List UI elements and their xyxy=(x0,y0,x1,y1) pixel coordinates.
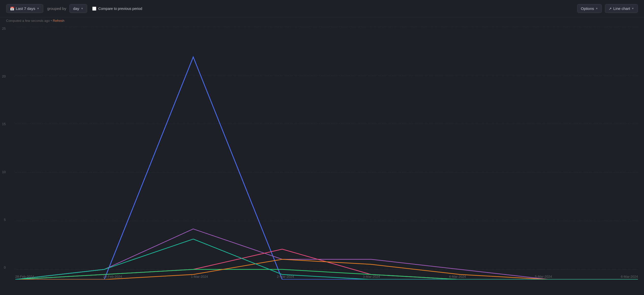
chart-type-button[interactable]: ↗ Line chart ▼ xyxy=(605,4,638,13)
x-label-3: 2-Mar-2024 xyxy=(277,275,294,278)
calendar-icon: 📅 xyxy=(10,7,14,11)
chevron-down-icon-4: ▼ xyxy=(632,7,634,10)
blue-line xyxy=(15,57,638,280)
line-chart-svg xyxy=(15,27,638,280)
compare-checkbox-label[interactable]: Compare to previous period xyxy=(92,7,142,11)
x-label-2: 1-Mar-2024 xyxy=(191,275,208,278)
x-label-5: 4-Mar-2024 xyxy=(449,275,466,278)
group-by-value: day xyxy=(73,6,79,11)
y-label-0: 0 xyxy=(4,266,6,269)
y-label-20: 20 xyxy=(2,74,6,78)
date-range-button[interactable]: 📅 Last 7 days ▼ xyxy=(6,4,43,13)
y-label-15: 15 xyxy=(2,122,6,126)
y-axis: 25 20 15 10 5 0 xyxy=(2,27,8,269)
x-label-1: 29-Feb-2024 xyxy=(103,275,122,278)
refresh-link[interactable]: Refresh xyxy=(53,19,65,23)
compare-label: Compare to previous period xyxy=(98,7,142,11)
x-label-0: 28-Feb-2024 xyxy=(15,275,34,278)
options-label: Options xyxy=(581,6,594,11)
y-label-5: 5 xyxy=(4,218,6,222)
right-controls: Options ▼ ↗ Line chart ▼ xyxy=(577,4,638,13)
chart-type-label: Line chart xyxy=(613,6,630,11)
x-label-6: 5-Mar-2024 xyxy=(535,275,552,278)
chart-area: 25 20 15 10 5 0 xyxy=(15,27,638,280)
x-label-4: 3-Mar-2024 xyxy=(363,275,380,278)
x-label-7: 6-Mar-2024 xyxy=(621,275,638,278)
chevron-down-icon-3: ▼ xyxy=(595,7,598,10)
computed-text: Computed a few seconds ago xyxy=(6,19,50,23)
grouped-by-label: grouped by xyxy=(47,6,66,11)
chart-container: 25 20 15 10 5 0 xyxy=(0,23,644,290)
compare-checkbox[interactable] xyxy=(92,7,96,11)
options-button[interactable]: Options ▼ xyxy=(577,4,602,13)
toolbar: 📅 Last 7 days ▼ grouped by day ▼ Compare… xyxy=(0,0,644,17)
line-chart-icon: ↗ xyxy=(609,7,612,11)
chevron-down-icon: ▼ xyxy=(37,7,39,10)
chevron-down-icon-2: ▼ xyxy=(81,7,83,10)
date-range-label: Last 7 days xyxy=(16,6,35,11)
x-axis: 28-Feb-2024 29-Feb-2024 1-Mar-2024 2-Mar… xyxy=(15,269,638,280)
y-label-10: 10 xyxy=(2,170,6,174)
separator: • xyxy=(51,19,52,23)
computed-status-row: Computed a few seconds ago • Refresh xyxy=(0,17,644,23)
y-label-25: 25 xyxy=(2,27,6,30)
group-by-button[interactable]: day ▼ xyxy=(69,4,87,13)
